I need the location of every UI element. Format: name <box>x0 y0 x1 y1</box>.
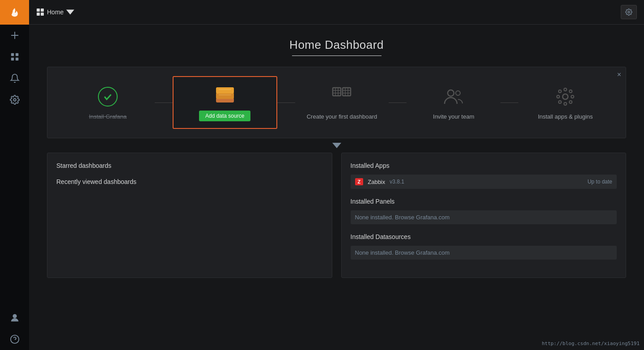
invite-team-label: Invite your team <box>433 113 475 120</box>
left-panel: Starred dashboards Recently viewed dashb… <box>47 153 332 278</box>
install-grafana-label: Install Grafana <box>89 113 127 120</box>
connector-4 <box>500 102 518 103</box>
svg-point-39 <box>559 101 561 103</box>
grafana-logo[interactable] <box>0 0 29 25</box>
sidebar-item-dashboards[interactable] <box>0 46 29 68</box>
sidebar <box>0 0 29 350</box>
check-icon <box>97 85 119 108</box>
app-row-zabbix[interactable]: Z Zabbix v3.8.1 Up to date <box>351 175 617 189</box>
sidebar-item-help[interactable] <box>0 329 29 350</box>
svg-point-13 <box>628 11 630 13</box>
recently-viewed-title: Recently viewed dashboards <box>56 178 323 185</box>
page-content: Home Dashboard × Install Grafana <box>29 25 644 350</box>
svg-rect-9 <box>37 9 40 12</box>
step-install-grafana[interactable]: Install Grafana <box>61 85 155 120</box>
getting-started-panel: × Install Grafana <box>47 67 626 138</box>
svg-point-37 <box>569 101 572 103</box>
zabbix-badge: Z <box>355 178 364 185</box>
main-area: Home Home Dashboard × <box>29 0 644 350</box>
installed-panels-title: Installed Panels <box>351 198 617 205</box>
home-nav[interactable]: Home <box>36 8 74 16</box>
svg-point-36 <box>559 90 561 93</box>
sidebar-item-alerts[interactable] <box>0 68 29 89</box>
datasource-icon <box>214 84 236 105</box>
sidebar-bottom <box>0 307 29 350</box>
installed-panels-section: Installed Panels None installed. Browse … <box>351 198 617 224</box>
zabbix-name: Zabbix <box>368 179 385 185</box>
svg-point-32 <box>564 88 567 91</box>
svg-point-33 <box>564 102 567 105</box>
settings-gear-button[interactable] <box>621 5 637 19</box>
svg-rect-11 <box>37 13 40 16</box>
svg-point-6 <box>13 314 17 318</box>
svg-rect-1 <box>11 53 13 56</box>
svg-point-34 <box>557 95 559 98</box>
grid-nav-icon <box>36 8 44 16</box>
url-bar: http://blog.csdn.net/xiaoying5191 <box>542 341 640 346</box>
apps-plugins-icon <box>554 85 576 108</box>
step-create-dashboard[interactable]: Create your first dashboard <box>295 85 389 120</box>
sidebar-item-settings[interactable] <box>0 89 29 111</box>
svg-rect-15 <box>216 93 234 99</box>
home-chevron-icon <box>66 8 74 16</box>
add-data-source-button[interactable]: Add data source <box>199 111 250 121</box>
create-dashboard-label: Create your first dashboard <box>307 113 377 120</box>
panels-empty-text: None installed. Browse Grafana.com <box>351 210 617 224</box>
dashboard-icon <box>330 85 353 108</box>
svg-rect-19 <box>333 88 341 96</box>
sidebar-item-add[interactable] <box>0 25 29 46</box>
close-panel-button[interactable]: × <box>617 71 621 79</box>
home-label: Home <box>47 9 64 16</box>
svg-rect-4 <box>15 58 18 60</box>
svg-rect-10 <box>41 9 44 12</box>
recently-viewed-section: Recently viewed dashboards <box>56 178 323 185</box>
starred-dashboards-section: Starred dashboards <box>56 162 323 169</box>
svg-point-38 <box>569 90 572 93</box>
installed-apps-title: Installed Apps <box>351 162 617 169</box>
svg-point-35 <box>571 95 574 98</box>
topbar: Home <box>29 0 644 25</box>
svg-rect-3 <box>11 58 13 60</box>
step-invite-team[interactable]: Invite your team <box>407 85 500 120</box>
svg-rect-24 <box>343 88 351 96</box>
installed-datasources-title: Installed Datasources <box>351 233 617 240</box>
zabbix-version: v3.8.1 <box>390 179 404 185</box>
lower-section: Starred dashboards Recently viewed dashb… <box>47 153 626 278</box>
svg-rect-2 <box>15 53 18 56</box>
svg-rect-12 <box>41 13 44 16</box>
page-title: Home Dashboard <box>47 38 626 52</box>
connector-2 <box>277 102 295 103</box>
starred-dashboards-title: Starred dashboards <box>56 162 323 169</box>
installed-apps-section: Installed Apps Z Zabbix v3.8.1 Up to dat… <box>351 162 617 189</box>
title-underline <box>292 55 381 56</box>
installed-datasources-section: Installed Datasources None installed. Br… <box>351 233 617 260</box>
gear-icon <box>625 9 632 16</box>
connector-3 <box>389 102 407 103</box>
svg-rect-16 <box>216 87 234 94</box>
right-panel: Installed Apps Z Zabbix v3.8.1 Up to dat… <box>341 153 627 278</box>
zabbix-status: Up to date <box>588 179 612 185</box>
svg-point-31 <box>563 94 568 99</box>
svg-point-5 <box>13 98 16 101</box>
invite-team-icon <box>442 85 465 108</box>
datasources-empty-text: None installed. Browse Grafana.com <box>351 246 617 260</box>
svg-point-29 <box>448 90 454 96</box>
expand-chevron[interactable] <box>47 143 626 148</box>
step-add-datasource[interactable]: Add data source <box>173 76 277 129</box>
sidebar-item-user[interactable] <box>0 307 29 329</box>
connector-1 <box>155 102 173 103</box>
install-apps-label: Install apps & plugins <box>538 113 593 120</box>
step-install-apps[interactable]: Install apps & plugins <box>518 85 612 120</box>
svg-point-30 <box>456 91 460 95</box>
